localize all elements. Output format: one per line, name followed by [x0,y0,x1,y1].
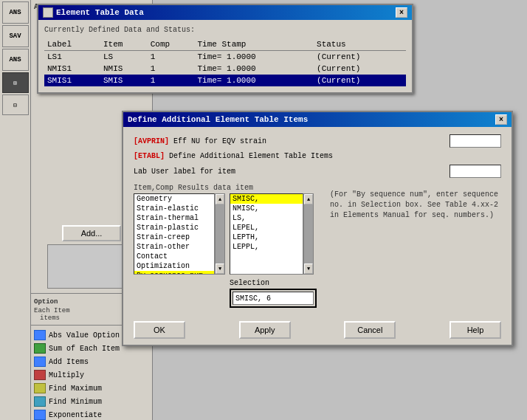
table-row[interactable]: SMIS1SMIS1Time= 1.0000(Current) [44,75,406,86]
sequence-note: (For "By sequence num", enter sequence n… [330,190,501,221]
status-label: Currently Defined Data and Status: [44,26,406,34]
cell-item: NMIS [100,63,148,75]
etabl-desc: Define Additional Element Table Items [169,152,497,160]
lab-input[interactable] [450,165,501,178]
right-list-item[interactable]: LEPPL, [230,242,303,252]
exponentiate[interactable]: Exponentiate [31,408,152,420]
cell-timestamp: Time= 1.0000 [194,51,314,63]
right-scroll-down[interactable]: ▼ [304,264,313,274]
left-toolbar: ANS SAV ANS ⊞ ⊟ [0,0,31,420]
lab-row: Lab User label for item [134,165,501,178]
toolbar-icon[interactable]: ⊞ [2,72,29,93]
left-list-item[interactable]: Strain-other [134,242,214,252]
avprin-row: [AVPRIN] Eff NU for EQV strain [134,134,501,148]
col-item: Item [100,38,148,51]
cell-item: SMIS [100,75,148,86]
listbox-row: GeometryStrain-elasticStrain-thermalStra… [134,193,317,308]
col-comp: Comp [148,38,195,51]
define-dialog: Define Additional Element Table Items × … [122,111,513,346]
define-dialog-title: Define Additional Element Table Items [128,115,308,124]
left-list-item[interactable]: Strain-plastic [134,223,214,233]
right-list-item[interactable]: LS, [230,213,303,223]
cell-status: (Current) [314,63,406,75]
add-items-icon [34,357,46,367]
sequence-area: (For "By sequence num", enter sequence n… [330,184,501,308]
abs-value-icon [34,330,46,340]
avprin-desc: Eff NU for EQV strain [173,137,445,145]
right-list-item[interactable]: LEPEL, [230,223,303,233]
table-row[interactable]: NMIS1NMIS1Time= 1.0000(Current) [44,63,406,75]
toolbar-item-3[interactable]: ANS [2,49,29,71]
left-section: Item,Comp Results data item GeometryStra… [134,184,317,308]
element-table-close[interactable]: × [396,7,407,18]
dialog-buttons: OK Apply Cancel Help [123,315,512,345]
right-list-item[interactable]: LEPTH, [230,233,303,242]
min-icon [34,396,46,407]
cell-status: (Current) [314,75,406,86]
lab-label: Lab [134,168,147,176]
etabl-bracket: [ETABL] [134,152,165,160]
add-items[interactable]: Add Items [31,355,152,368]
scroll-up[interactable]: ▲ [216,194,224,204]
help-button[interactable]: Help [450,321,501,339]
find-minimum[interactable]: Find Minimum [31,395,152,408]
left-list-item[interactable]: Strain-creep [134,233,214,242]
cell-label: SMIS1 [44,75,100,86]
col-label: Label [44,38,100,51]
selection-input[interactable] [232,292,314,305]
right-scroll-track [304,204,313,264]
col-timestamp: Time Stamp [194,38,314,51]
etabl-row: [ETABL] Define Additional Element Table … [134,152,501,160]
find-maximum[interactable]: Find Maximum [31,382,152,395]
left-listbox-container: GeometryStrain-elasticStrain-thermalStra… [134,193,225,308]
apply-button[interactable]: Apply [239,321,291,339]
toolbar-item-2[interactable]: SAV [2,25,29,47]
cell-timestamp: Time= 1.0000 [194,63,314,75]
max-icon [34,383,46,393]
right-scrollbar[interactable]: ▲ ▼ [303,193,314,275]
table-row[interactable]: LS1LS1Time= 1.0000(Current) [44,51,406,63]
avprin-bracket: [AVPRIN] [134,137,169,145]
left-list-item[interactable]: Strain-elastic [134,204,214,213]
exp-icon [34,410,46,420]
left-scrollbar[interactable]: ▲ ▼ [215,193,225,275]
lab-desc: User label for item [151,168,445,176]
left-list-item[interactable]: By sequence num [134,271,214,275]
right-list-item[interactable]: SMISC, [230,194,303,204]
left-list-item[interactable]: Geometry [134,194,214,204]
ok-button[interactable]: OK [134,321,185,339]
scroll-track [216,204,224,264]
selection-label: Selection [230,279,317,287]
left-list-item[interactable]: Strain-thermal [134,213,214,223]
avprin-input[interactable] [450,134,501,148]
element-table-window: Element Table Data × Currently Defined D… [37,4,413,94]
define-dialog-close[interactable]: × [495,114,507,125]
right-list-item[interactable]: NMISC, [230,204,303,213]
multiply[interactable]: Multiply [31,368,152,382]
toolbar-icon-2[interactable]: ⊟ [2,94,29,115]
cancel-button[interactable]: Cancel [344,321,396,339]
element-table-titlebar[interactable]: Element Table Data × [38,5,412,20]
left-listbox[interactable]: GeometryStrain-elasticStrain-thermalStra… [134,193,215,275]
multiply-icon [34,370,46,380]
item-comp-label: Item,Comp Results data item [134,184,317,192]
cell-timestamp: Time= 1.0000 [194,75,314,86]
add-button[interactable]: Add... [62,225,121,241]
data-table: Label Item Comp Time Stamp Status LS1LS1… [44,38,406,86]
cell-label: NMIS1 [44,63,100,75]
cell-comp: 1 [148,63,195,75]
scroll-down[interactable]: ▼ [216,264,224,274]
right-listbox[interactable]: SMISC,NMISC,LS,LEPEL,LEPTH,LEPPL, [230,193,303,275]
element-table-title: Element Table Data [56,8,144,17]
left-list-item[interactable]: Contact [134,252,214,261]
define-dialog-titlebar[interactable]: Define Additional Element Table Items × [123,112,512,127]
toolbar-item-1[interactable]: ANS [2,1,29,24]
cell-label: LS1 [44,51,100,63]
cell-comp: 1 [148,51,195,63]
cell-comp: 1 [148,75,195,86]
selection-box [230,289,317,308]
left-list-item[interactable]: Optimization [134,261,214,271]
right-scroll-up[interactable]: ▲ [304,194,313,204]
sum-icon [34,343,46,354]
table-icon [43,7,53,18]
